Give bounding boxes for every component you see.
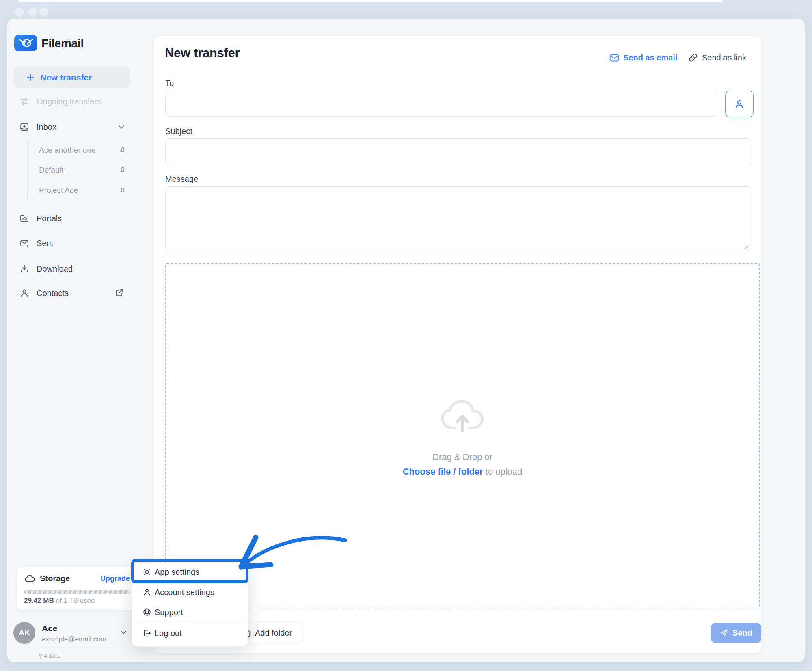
storage-usage: 29.42 MB of 1 TB used (24, 597, 95, 605)
menu-item-label: Account settings (155, 588, 214, 597)
tab-label: Send as email (623, 53, 677, 63)
sidebar-item-sent[interactable]: Sent (7, 234, 137, 252)
gear-icon (143, 567, 151, 576)
folder-label: Default (39, 166, 63, 175)
subject-input[interactable] (165, 138, 752, 166)
plus-icon (26, 73, 35, 82)
sidebar-item-inbox-folder[interactable]: Default 0 (7, 162, 137, 179)
cloud-upload-icon (438, 395, 486, 432)
filemail-logo-icon[interactable] (14, 35, 37, 51)
sidebar-item-label: Contacts (37, 289, 69, 298)
message-textarea[interactable] (165, 186, 752, 251)
download-icon (19, 264, 29, 274)
app-version: v 4.13.0 (39, 652, 60, 659)
window-control-dot[interactable] (39, 8, 48, 17)
menu-item-label: App settings (155, 567, 199, 577)
envelope-icon (609, 54, 619, 62)
support-icon (143, 608, 151, 617)
avatar[interactable]: AK (13, 622, 35, 644)
add-folder-label: Add folder (255, 628, 292, 638)
brand-name: Filemail (41, 36, 84, 51)
portals-icon (19, 214, 29, 223)
contacts-icon (19, 288, 29, 298)
external-link-icon[interactable] (114, 288, 124, 298)
menu-item-account-settings[interactable]: Account settings (132, 583, 248, 601)
subject-label: Subject (165, 126, 192, 136)
menu-item-support[interactable]: Support (132, 603, 248, 621)
sent-icon (19, 238, 29, 248)
logout-icon (143, 629, 151, 638)
window-control-dot[interactable] (15, 8, 24, 17)
window-top-edge (18, 0, 723, 2)
textarea-resize-handle[interactable] (743, 244, 749, 250)
storage-card: Storage Upgrade 29.42 MB of 1 TB used (17, 567, 137, 610)
dropzone-suffix: to upload (483, 466, 523, 477)
sidebar-item-inbox-folder[interactable]: Ace another one 0 (7, 142, 137, 159)
storage-used: 29.42 MB (24, 597, 54, 604)
folder-count: 0 (118, 146, 127, 154)
tab-send-as-email[interactable]: Send as email (609, 52, 677, 64)
paper-plane-icon (720, 629, 728, 637)
sidebar-item-label: Ongoing transfers (37, 97, 101, 106)
window-control-dot[interactable] (28, 8, 37, 17)
person-icon (143, 588, 151, 597)
dropzone-text: Drag & Drop or (432, 452, 492, 462)
message-label: Message (165, 174, 198, 184)
sidebar-item-new-transfer[interactable]: New transfer (14, 67, 130, 88)
menu-item-log-out[interactable]: Log out (132, 624, 248, 642)
menu-divider (138, 623, 242, 623)
to-label: To (165, 78, 174, 88)
folder-count: 0 (118, 186, 127, 194)
upgrade-link[interactable]: Upgrade (100, 574, 130, 583)
contacts-picker-button[interactable] (725, 91, 754, 117)
transfers-icon (19, 97, 29, 106)
sidebar-item-label: Portals (37, 214, 62, 223)
page-title: New transfer (165, 45, 240, 61)
menu-item-label: Support (155, 608, 183, 617)
tab-label: Send as link (702, 53, 746, 63)
folder-count: 0 (118, 166, 127, 174)
chevron-down-icon[interactable] (119, 628, 128, 637)
sidebar-item-label: New transfer (40, 73, 92, 82)
sidebar-item-label: Download (37, 264, 73, 274)
send-label: Send (732, 628, 752, 638)
new-transfer-card: New transfer Send as email Send as link … (153, 36, 762, 654)
menu-item-label: Log out (155, 629, 182, 638)
storage-meter (24, 590, 130, 594)
to-input[interactable] (165, 91, 718, 117)
tab-send-as-link[interactable]: Send as link (688, 52, 746, 64)
user-email: example@email.com (42, 635, 106, 643)
file-dropzone[interactable]: Drag & Drop or Choose file / folder to u… (165, 263, 760, 608)
sidebar-item-inbox-folder[interactable]: Project Ace 0 (7, 183, 137, 199)
storage-total: of 1 TB used (54, 597, 95, 604)
sidebar-item-portals[interactable]: Portals (7, 209, 137, 227)
cloud-icon (24, 574, 35, 583)
folder-label: Ace another one (39, 146, 95, 155)
app-window: Filemail New transfer Ongoing transfers … (7, 19, 805, 662)
screen: Filemail New transfer Ongoing transfers … (0, 0, 812, 671)
storage-title: Storage (40, 574, 70, 583)
account-menu-popup: App settings Account settings Support Lo (132, 563, 248, 647)
sidebar-item-label: Inbox (37, 123, 56, 132)
sidebar-footer-divider (16, 649, 131, 649)
dropzone-text2: Choose file / folder to upload (403, 466, 523, 477)
inbox-icon (19, 122, 29, 132)
sidebar-item-label: Sent (37, 239, 53, 248)
sidebar-item-download[interactable]: Download (7, 260, 137, 278)
user-name: Ace (42, 624, 58, 633)
chevron-down-icon[interactable] (117, 123, 126, 132)
link-icon (688, 53, 698, 63)
folder-label: Project Ace (39, 186, 78, 195)
send-button[interactable]: Send (711, 623, 761, 643)
choose-file-link[interactable]: Choose file / folder (403, 466, 483, 477)
menu-item-app-settings[interactable]: App settings (132, 563, 248, 581)
sidebar-item-ongoing-transfers[interactable]: Ongoing transfers (7, 93, 137, 110)
